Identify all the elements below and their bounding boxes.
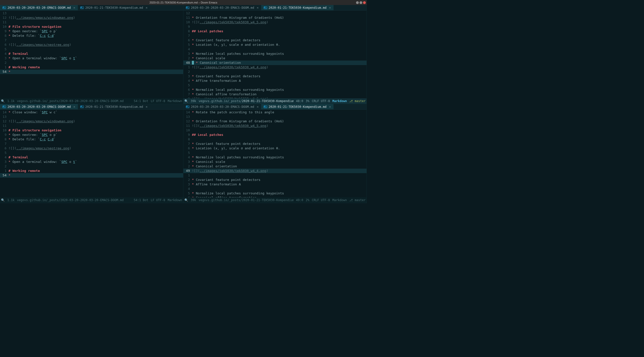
code-line[interactable]: 2 * Canonical orientation — [183, 164, 367, 169]
code-line[interactable]: 3 * Canonical scale — [183, 160, 367, 164]
code-line[interactable]: 13 — [0, 115, 183, 119]
code-line[interactable]: 12 — [183, 11, 367, 16]
tab-close-icon[interactable]: × — [73, 6, 75, 10]
code-line[interactable]: 8 ![](../images/tek5030/tek5030_w4_6.png… — [183, 97, 367, 98]
maximize-icon[interactable] — [360, 1, 362, 4]
code-line[interactable]: 2 — [0, 164, 183, 169]
code-line[interactable]: 13 — [0, 11, 183, 16]
code-line[interactable]: 10 ![](../images/tek5030/tek5030_w4_5.pn… — [183, 20, 367, 25]
code-line[interactable]: 11* Orientation from Histogram of Gradie… — [183, 16, 367, 20]
tab-tek5030[interactable]: M↓ 2020-01-21-TEK5030-Kompendium.md × — [78, 104, 150, 109]
markdown-icon: M↓ — [3, 7, 6, 9]
code-text: * Covariant feature point detectors — [192, 178, 367, 182]
tab-tek5030[interactable]: M↓ 2020-01-21-TEK5030-Kompendium.md × — [78, 5, 150, 10]
code-line[interactable]: 1# Working remote — [0, 169, 183, 173]
code-line[interactable]: 1# Working remote — [0, 65, 183, 70]
code-line[interactable]: 5 — [183, 83, 367, 88]
code-line[interactable]: 11 ![](../images/tek5030/tek5030_w4_5.pn… — [183, 124, 367, 128]
tab-label: 2020-03-20-2020-03-20-EMACS-DOOM.md — [191, 105, 254, 109]
code-line[interactable]: 10 — [183, 128, 367, 133]
code-line[interactable]: 6* Covariant feature point detectors — [183, 38, 367, 43]
code-line[interactable]: 2 — [183, 70, 367, 74]
code-line[interactable]: 5 — [0, 47, 183, 52]
code-line[interactable]: 10# File structure navigation — [0, 25, 183, 29]
code-line[interactable]: 11 — [0, 124, 183, 128]
tab-emacs-doom[interactable]: M↓ 2020-03-20-2020-03-20-EMACS-DOOM.md × — [183, 104, 261, 109]
code-text: ![](../images/emacs/neotree.png) — [9, 43, 183, 47]
code-line[interactable]: 6* Normalize local patches surrounding k… — [183, 88, 367, 92]
editor-area[interactable]: 14* Close window: `SPC w c`1312![](../im… — [0, 110, 183, 197]
code-line[interactable]: 4 * Affine transformation A — [183, 79, 367, 83]
code-line[interactable]: 7* Covariant feature point detectors — [183, 142, 367, 146]
line-number: 6 — [0, 146, 9, 151]
editor-area[interactable]: 14 * Rotate the patch according to this … — [183, 110, 367, 197]
code-line[interactable]: 10# File structure navigation — [0, 128, 183, 133]
code-line[interactable]: 6 * Location (x, y), scale σ and orienta… — [183, 146, 367, 151]
code-line[interactable]: 49 ![](../images/tek5030/tek5030_w4_4.pn… — [183, 169, 367, 173]
code-line[interactable]: 11 — [0, 20, 183, 25]
code-line[interactable]: 14 * Rotate the patch according to this … — [183, 110, 367, 115]
code-line[interactable]: 2* Covariant feature point detectors — [183, 178, 367, 182]
code-line[interactable]: 9 — [183, 25, 367, 29]
tab-emacs-doom[interactable]: M↓ 2020-03-20-2020-03-20-EMACS-DOOM.md × — [0, 5, 78, 10]
close-icon[interactable] — [363, 1, 366, 4]
tab-close-icon[interactable]: × — [146, 6, 148, 10]
tab-close-icon[interactable]: × — [73, 105, 75, 109]
code-line[interactable]: 7 * Canonical affine transformation — [183, 92, 367, 97]
editor-area[interactable]: 1312![](../images/emacs/windowman.png)11… — [0, 11, 183, 98]
minimize-icon[interactable] — [356, 1, 359, 4]
code-line[interactable]: 8* Delete file: `C-c C-d` — [0, 137, 183, 142]
code-line[interactable]: 6![](../images/emacs/neotree.png) — [0, 146, 183, 151]
tab-emacs-doom[interactable]: M↓ 2020-03-20-2020-03-20-EMACS-DOOM.md × — [183, 5, 261, 10]
code-line[interactable]: 9## Local patches — [183, 133, 367, 137]
code-line[interactable]: 1 ![](../images/tek5030/tek5030_w4_4.png… — [183, 65, 367, 70]
code-line[interactable]: 54* — [0, 70, 183, 74]
code-line[interactable]: 3 * Affine transformation A — [183, 182, 367, 187]
code-line[interactable]: 14* Close window: `SPC w c` — [0, 110, 183, 115]
code-line[interactable]: 5* Normalize local patches surrounding k… — [183, 191, 367, 196]
code-line[interactable]: 3* Open a terminal window: `SPC o t` — [0, 56, 183, 61]
code-line[interactable]: 12* Orientation from Histogram of Gradie… — [183, 119, 367, 124]
tab-close-icon[interactable]: × — [329, 6, 331, 10]
tab-close-icon[interactable]: × — [146, 105, 148, 109]
code-line[interactable]: 8## Local patches — [183, 29, 367, 34]
code-line[interactable]: 6 * Canonical affine transformation — [183, 196, 367, 197]
code-line[interactable]: 5 — [183, 151, 367, 155]
tab-close-icon[interactable]: × — [257, 105, 259, 109]
code-line[interactable]: 7 — [183, 34, 367, 38]
markdown-icon: M↓ — [80, 7, 84, 9]
code-line[interactable]: 6![](../images/emacs/neotree.png) — [0, 43, 183, 47]
code-line[interactable]: 8* Delete file: `C-c C-d` — [0, 34, 183, 38]
code-line[interactable]: 3* Open a terminal window: `SPC o t` — [0, 160, 183, 164]
code-line[interactable]: 48 * Canonical orientation — [183, 61, 367, 65]
code-line[interactable]: 4# Terminal — [0, 155, 183, 160]
code-line[interactable]: 4 — [183, 187, 367, 191]
code-line[interactable]: 5 * Location (x, y), scale σ and orienta… — [183, 43, 367, 47]
tab-close-icon[interactable]: × — [257, 6, 259, 10]
tab-emacs-doom[interactable]: M↓ 2020-03-20-2020-03-20-EMACS-DOOM.md × — [0, 104, 78, 109]
tab-tek5030[interactable]: M↓ 2020-01-21-TEK5030-Kompendium.md × — [261, 5, 334, 10]
code-line[interactable]: 5 — [0, 151, 183, 155]
code-line[interactable]: 54* — [0, 173, 183, 178]
code-line[interactable]: 4 — [183, 47, 367, 52]
code-line[interactable]: 12![](../images/emacs/windowman.png) — [0, 16, 183, 20]
code-line[interactable]: 4* Normalize local patches surrounding k… — [183, 155, 367, 160]
code-line[interactable]: 9* Open neotree: `SPC o p` — [0, 29, 183, 34]
code-line[interactable]: 8 — [183, 137, 367, 142]
code-line[interactable]: 7 — [0, 142, 183, 146]
file-size: 39k — [191, 198, 196, 202]
tab-tek5030[interactable]: M↓ 2020-01-21-TEK5030-Kompendium.md × — [261, 104, 334, 109]
code-line[interactable]: 2 — [0, 61, 183, 65]
code-line[interactable]: 4# Terminal — [0, 52, 183, 56]
editor-area[interactable]: 1211* Orientation from Histogram of Grad… — [183, 11, 367, 98]
code-line[interactable]: 3* Covariant feature point detectors — [183, 74, 367, 79]
code-line[interactable]: 12![](../images/emacs/windowman.png) — [0, 119, 183, 124]
code-line[interactable]: 2 * Canonical scale — [183, 56, 367, 61]
code-line[interactable]: 1 — [183, 173, 367, 178]
tab-close-icon[interactable]: × — [329, 105, 331, 109]
code-line[interactable]: 13 — [183, 115, 367, 119]
markdown-icon: M↓ — [264, 106, 267, 108]
code-line[interactable]: 9* Open neotree: `SPC o p` — [0, 133, 183, 137]
code-line[interactable]: 3* Normalize local patches surrounding k… — [183, 52, 367, 56]
code-line[interactable]: 7 — [0, 38, 183, 43]
